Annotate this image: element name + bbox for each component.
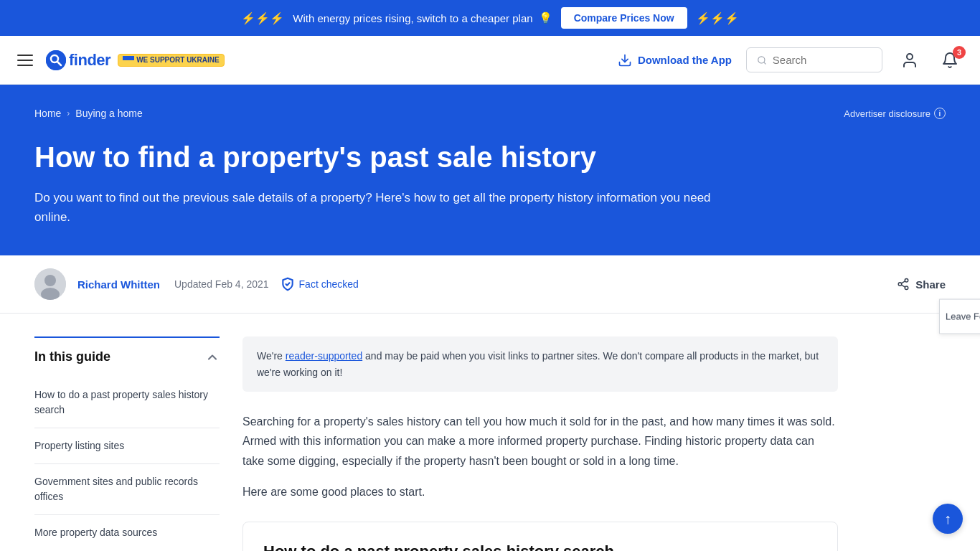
article-intro: Searching for a property's sales history… — [242, 412, 838, 471]
in-this-guide-header: In this guide — [34, 349, 220, 364]
breadcrumb-current: Buying a home — [75, 108, 142, 119]
guide-nav-item[interactable]: Property listing sites — [34, 428, 220, 464]
guide-nav-item[interactable]: Government sites and public records offi… — [34, 464, 220, 515]
article-subtitle: Do you want to find out the previous sal… — [34, 188, 716, 227]
logo-icon — [46, 50, 66, 70]
ukraine-flag-icon — [123, 56, 134, 65]
search-box[interactable] — [746, 47, 882, 72]
download-app-label: Download the App — [638, 54, 732, 66]
sidebar: In this guide How to do a past property … — [34, 336, 242, 551]
site-header: finder WE SUPPORT UKRAINE Download the A… — [0, 36, 980, 85]
chevron-up-icon[interactable] — [205, 350, 220, 364]
guide-nav-list: How to do a past property sales history … — [34, 377, 220, 550]
share-button[interactable]: Share — [897, 278, 946, 291]
svg-point-6 — [907, 54, 913, 60]
hamburger-menu[interactable] — [17, 52, 34, 69]
banner-text: With energy prices rising, switch to a c… — [293, 11, 552, 24]
svg-line-13 — [902, 286, 905, 288]
header-actions: Download the App 3 — [618, 47, 963, 73]
feedback-tab[interactable]: Leave Feedback — [939, 299, 980, 334]
ukraine-text: WE SUPPORT UKRAINE — [136, 56, 220, 64]
in-this-guide: In this guide How to do a past property … — [34, 336, 220, 550]
svg-line-5 — [764, 62, 766, 64]
breadcrumb: Home › Buying a home — [34, 108, 143, 119]
article-title: How to find a property's past sale histo… — [34, 141, 680, 174]
fact-checked-label: Fact checked — [299, 278, 359, 290]
disclaimer-prefix: We're — [257, 350, 283, 362]
feedback-label: Leave Feedback — [946, 311, 980, 322]
svg-point-8 — [44, 275, 56, 286]
advertiser-disclosure[interactable]: Advertiser disclosure i — [844, 108, 946, 119]
banner-message: With energy prices rising, switch to a c… — [293, 12, 532, 24]
compare-prices-button[interactable]: Compare Prices Now — [561, 7, 687, 29]
hero-header-row: Home › Buying a home Advertiser disclosu… — [34, 108, 946, 132]
reader-supported-link[interactable]: reader-supported — [286, 350, 362, 362]
main-content: In this guide How to do a past property … — [0, 314, 980, 551]
svg-point-0 — [46, 50, 66, 70]
logo-name: finder — [69, 51, 110, 70]
top-banner: ⚡⚡⚡ With energy prices rising, switch to… — [0, 0, 980, 36]
author-name[interactable]: Richard Whitten — [77, 278, 160, 291]
guide-nav-item[interactable]: More property data sources — [34, 515, 220, 550]
article-body: We're reader-supported and may be paid w… — [242, 336, 838, 551]
lightning-left-icon: ⚡⚡⚡ — [241, 11, 284, 25]
advertiser-disclosure-label: Advertiser disclosure — [844, 108, 930, 119]
breadcrumb-home[interactable]: Home — [34, 108, 61, 119]
notification-badge: 3 — [953, 46, 966, 59]
share-label: Share — [915, 278, 946, 291]
svg-line-14 — [902, 281, 905, 283]
article-meta: Richard Whitten Updated Feb 4, 2021 Fact… — [0, 255, 980, 314]
bulb-icon: 💡 — [539, 11, 552, 24]
info-icon: i — [934, 108, 946, 119]
lightning-right-icon: ⚡⚡⚡ — [696, 11, 739, 25]
logo-area: finder WE SUPPORT UKRAINE — [46, 50, 225, 70]
article-intro-2: Here are some good places to start. — [242, 482, 838, 501]
section-title: How to do a past property sales history … — [263, 542, 817, 551]
breadcrumb-separator: › — [67, 108, 70, 118]
disclaimer-box: We're reader-supported and may be paid w… — [242, 336, 838, 392]
finder-logo[interactable]: finder — [46, 50, 110, 70]
guide-nav-item[interactable]: How to do a past property sales history … — [34, 377, 220, 428]
in-this-guide-title: In this guide — [34, 349, 110, 364]
hero-section: Home › Buying a home Advertiser disclosu… — [0, 85, 980, 255]
author-avatar — [34, 268, 66, 300]
updated-date: Updated Feb 4, 2021 — [174, 278, 269, 290]
download-app-button[interactable]: Download the App — [618, 53, 732, 67]
user-account-button[interactable] — [897, 47, 923, 73]
section-box: How to do a past property sales history … — [242, 522, 838, 551]
search-input[interactable] — [773, 54, 872, 66]
fact-checked-badge[interactable]: Fact checked — [281, 277, 359, 291]
ukraine-badge: WE SUPPORT UKRAINE — [118, 54, 225, 67]
notifications-button[interactable]: 3 — [937, 47, 963, 73]
scroll-to-top-button[interactable]: ↑ — [933, 504, 963, 534]
